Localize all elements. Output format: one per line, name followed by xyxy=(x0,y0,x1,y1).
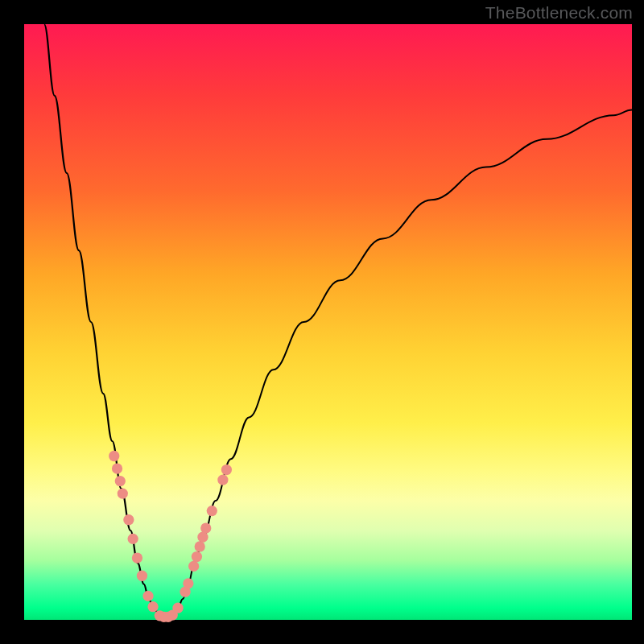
watermark-text: TheBottleneck.com xyxy=(485,3,633,23)
marker-dot xyxy=(147,601,158,612)
marker-dot xyxy=(123,514,134,525)
curve-right-branch xyxy=(168,110,632,617)
curve-svg xyxy=(24,24,632,620)
marker-dot xyxy=(188,561,199,572)
marker-dots-group xyxy=(109,451,232,622)
marker-dot xyxy=(142,591,153,601)
marker-dot xyxy=(112,463,122,473)
marker-dot xyxy=(183,578,193,588)
curve-left-branch xyxy=(44,24,163,617)
marker-dot xyxy=(132,552,142,563)
marker-dot xyxy=(217,474,228,485)
marker-dot xyxy=(172,603,183,613)
marker-dot xyxy=(195,541,205,551)
marker-dot xyxy=(128,534,138,544)
marker-dot xyxy=(221,464,232,475)
marker-dot xyxy=(192,551,202,562)
marker-dot xyxy=(118,488,128,498)
marker-dot xyxy=(109,451,119,461)
marker-dot xyxy=(137,571,147,581)
plot-area xyxy=(24,24,632,620)
chart-frame: TheBottleneck.com xyxy=(0,0,644,644)
marker-dot xyxy=(207,506,217,516)
marker-dot xyxy=(200,522,211,533)
marker-dot xyxy=(115,476,126,486)
